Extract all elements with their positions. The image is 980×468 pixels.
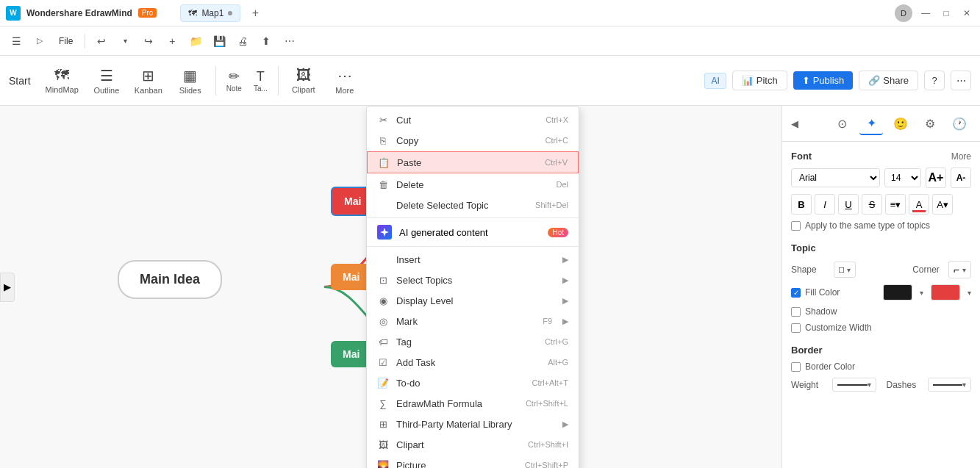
panel-toggle-button[interactable]: ◀ <box>791 118 798 129</box>
expand-icon[interactable]: ▷ <box>29 31 50 51</box>
ctx-cut[interactable]: ✂ Cut Ctrl+X <box>367 109 579 130</box>
ctx-add-task[interactable]: ☑ Add Task Alt+G <box>367 352 579 372</box>
publish-button[interactable]: ⬆ Publish <box>793 71 854 90</box>
ctx-sep-2 <box>367 246 579 247</box>
bold-button[interactable]: B <box>791 194 812 215</box>
delete-icon: 🗑 <box>377 179 389 190</box>
ctx-third-party[interactable]: ⊞ Third-Party Material Library ▶ <box>367 414 579 434</box>
insert-icon <box>377 253 389 265</box>
ctx-copy[interactable]: ⎘ Copy Ctrl+C <box>367 130 579 151</box>
ctx-delete-selected-shortcut: Shift+Del <box>535 201 568 209</box>
strikethrough-button[interactable]: S <box>862 194 882 215</box>
new-button[interactable]: + <box>162 31 182 51</box>
ctx-ai-content[interactable]: AI generated content Hot <box>367 220 579 244</box>
ctx-delete-label: Delete <box>396 179 548 190</box>
add-tab-button[interactable]: + <box>246 4 264 22</box>
font-name-row: Arial 14 A+ A- <box>791 168 971 188</box>
redo-button[interactable]: ↪ <box>138 31 159 51</box>
ctx-delete-selected[interactable]: Delete Selected Topic Shift+Del <box>367 195 579 215</box>
maximize-button[interactable]: □ <box>939 6 954 21</box>
ctx-paste[interactable]: 📋 Paste Ctrl+V <box>367 151 579 173</box>
border-color-checkbox[interactable] <box>791 362 801 372</box>
panel-collapse-button[interactable]: ▶ <box>0 273 15 302</box>
corner-select[interactable]: ⌐ ▾ <box>948 261 971 278</box>
font-decrease-button[interactable]: A- <box>951 168 971 188</box>
note-tool[interactable]: ✏ Note <box>222 65 246 96</box>
user-avatar[interactable]: D <box>895 4 912 22</box>
ctx-insert[interactable]: Insert ▶ <box>367 249 579 270</box>
fill-color-red-swatch[interactable] <box>931 284 960 300</box>
close-button[interactable]: ✕ <box>959 6 974 21</box>
ctx-display-level-arrow: ▶ <box>562 296 568 306</box>
customize-width-checkbox[interactable] <box>791 323 801 333</box>
ctx-select-topics[interactable]: ⊡ Select Topics ▶ <box>367 270 579 290</box>
ctx-todo[interactable]: 📝 To-do Ctrl+Alt+T <box>367 372 579 393</box>
apply-same-checkbox[interactable] <box>791 221 801 231</box>
file-menu[interactable]: File <box>53 33 79 49</box>
canvas[interactable]: ▶ Main Idea Mai Mai Mai <box>0 106 782 468</box>
dashes-select[interactable]: ▾ <box>928 378 972 392</box>
check-mark: ✓ <box>793 289 799 297</box>
print-button[interactable]: 🖨 <box>232 31 253 51</box>
ctx-select-topics-arrow: ▶ <box>562 276 568 285</box>
font-color-button[interactable]: A <box>909 194 929 215</box>
more-options-button[interactable]: ⋯ <box>951 71 971 90</box>
undo-button[interactable]: ↩ <box>91 31 112 51</box>
ctx-clipart[interactable]: 🖼 Clipart Ctrl+Shift+I <box>367 434 579 455</box>
more-tool[interactable]: ⋯ More <box>326 64 364 98</box>
ctx-display-level[interactable]: ◉ Display Level ▶ <box>367 290 579 311</box>
ctx-tag[interactable]: 🏷 Tag Ctrl+G <box>367 331 579 352</box>
ctx-copy-shortcut: Ctrl+C <box>546 136 568 145</box>
panel-tab-emoji[interactable]: 🙂 <box>889 112 912 135</box>
outline-tool[interactable]: ☰ Outline <box>87 64 126 98</box>
shadow-checkbox[interactable] <box>791 307 801 317</box>
ctx-delete[interactable]: 🗑 Delete Del <box>367 174 579 195</box>
fill-color-black-swatch[interactable] <box>883 284 912 300</box>
save-button[interactable]: 💾 <box>209 31 229 51</box>
underline-button[interactable]: U <box>838 194 859 215</box>
toolbar-separator-2 <box>278 66 279 96</box>
ctx-third-party-label: Third-Party Material Library <box>396 419 555 430</box>
map-tab[interactable]: 🗺 Map1 <box>180 4 240 22</box>
align-button[interactable]: ≡▾ <box>885 194 906 215</box>
fill-color-checkbox[interactable]: ✓ <box>791 288 801 298</box>
slides-tool[interactable]: ▦ Slides <box>171 64 210 98</box>
clipart-tool[interactable]: 🖼 Clipart <box>285 64 323 97</box>
font-section-more[interactable]: More <box>951 151 971 162</box>
ctx-mark[interactable]: ◎ Mark F9 ▶ <box>367 311 579 331</box>
font-section: Font More Arial 14 A+ A- B I U <box>791 151 971 231</box>
ctx-edrawmath[interactable]: ∑ EdrawMath Formula Ctrl+Shift+L <box>367 393 579 414</box>
highlight-button[interactable]: A▾ <box>932 194 953 215</box>
minimize-button[interactable]: — <box>918 6 933 21</box>
slides-label: Slides <box>179 86 201 95</box>
shape-select[interactable]: □ ▾ <box>834 262 856 278</box>
more-actions[interactable]: ⋯ <box>279 31 300 51</box>
panel-tab-settings[interactable]: ⚙ <box>918 112 942 135</box>
share-button[interactable]: 🔗 Share <box>859 71 918 90</box>
panel-tab-style[interactable]: ✦ <box>859 112 883 135</box>
main-idea-node[interactable]: Main Idea <box>118 260 222 299</box>
paste-icon: 📋 <box>378 156 390 168</box>
ctx-picture[interactable]: 🌄 Picture Ctrl+Shift+P <box>367 455 579 468</box>
panel-tab-clock[interactable]: 🕐 <box>948 112 971 135</box>
mindmap-tool[interactable]: 🗺 MindMap <box>40 64 85 97</box>
weight-select[interactable]: ▾ <box>832 378 876 392</box>
italic-button[interactable]: I <box>815 194 835 215</box>
main-toolbar: Start 🗺 MindMap ☰ Outline ⊞ Kanban ▦ Sli… <box>0 56 980 106</box>
font-size-select[interactable]: 14 <box>884 168 921 187</box>
export-button[interactable]: ⬆ <box>256 31 276 51</box>
undo-dropdown[interactable]: ▾ <box>115 31 135 51</box>
open-button[interactable]: 📁 <box>185 31 206 51</box>
topic-tool[interactable]: T Ta... <box>249 66 272 96</box>
shadow-label: Shadow <box>805 306 837 317</box>
svg-marker-0 <box>380 228 389 237</box>
display-level-icon: ◉ <box>377 295 389 306</box>
pitch-button[interactable]: 📊 Pitch <box>732 71 787 90</box>
kanban-tool[interactable]: ⊞ Kanban <box>129 64 168 98</box>
font-name-select[interactable]: Arial <box>791 168 880 187</box>
help-button[interactable]: ? <box>924 71 945 90</box>
ctx-edrawmath-label: EdrawMath Formula <box>396 398 518 409</box>
panel-tab-shape[interactable]: ⊙ <box>830 112 854 135</box>
sidebar-toggle[interactable]: ☰ <box>6 31 26 51</box>
font-increase-button[interactable]: A+ <box>926 168 946 188</box>
